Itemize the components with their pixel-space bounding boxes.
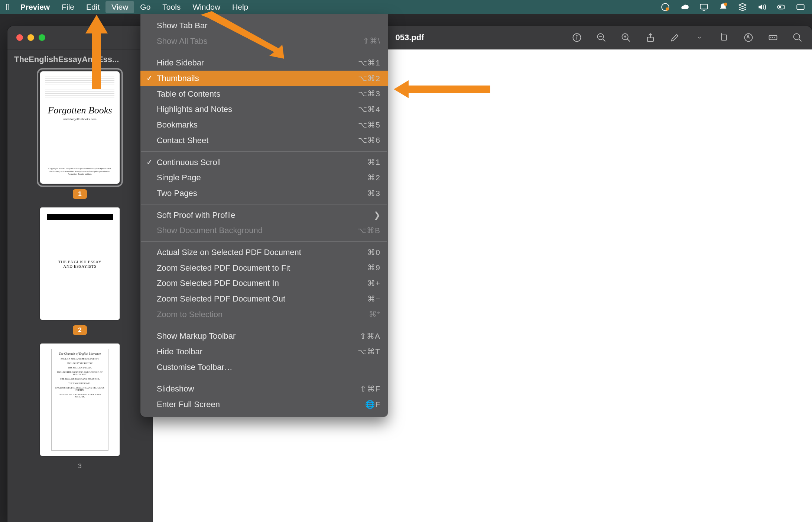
submenu-arrow-icon: ❯	[374, 210, 380, 221]
menubar-status	[660, 2, 805, 12]
menu-item-two-pages[interactable]: Two Pages⌘3	[140, 186, 388, 201]
markup-dropdown-icon[interactable]	[694, 32, 705, 43]
menu-item-label: Table of Contents	[157, 88, 358, 100]
rotate-icon[interactable]	[718, 32, 730, 43]
markup-icon[interactable]	[669, 32, 681, 43]
menu-item-hide-sidebar[interactable]: Hide Sidebar⌥⌘1	[140, 55, 388, 71]
menu-item-show-all-tabs: Show All Tabs⇧⌘\	[140, 33, 388, 49]
menu-item-slideshow[interactable]: Slideshow⇧⌘F	[140, 381, 388, 397]
menu-item-label: Enter Full Screen	[157, 399, 365, 410]
menu-item-enter-full-screen[interactable]: Enter Full Screen🌐F	[140, 397, 388, 412]
menu-help[interactable]: Help	[226, 1, 254, 13]
menu-item-zoom-selected-pdf-document-to-fit[interactable]: Zoom Selected PDF Document to Fit⌘9	[140, 260, 388, 276]
keyboard-shortcut: ⌘2	[367, 173, 380, 183]
keyboard-shortcut: ⌥⌘B	[357, 225, 380, 236]
menu-item-label: Actual Size on Selected PDF Document	[157, 247, 367, 258]
thumbnail-content	[45, 77, 114, 103]
thumbnail-item[interactable]: Forgotten Books www.forgottenbooks.com C…	[7, 71, 152, 199]
record-icon[interactable]	[660, 2, 670, 12]
zoom-in-icon[interactable]	[620, 32, 631, 43]
keyboard-shortcut: ⇧⌘A	[360, 331, 380, 341]
info-icon[interactable]	[571, 32, 582, 43]
minimize-window-button[interactable]	[27, 34, 34, 41]
check-icon: ✓	[146, 73, 153, 83]
menu-item-customise-toolbar[interactable]: Customise Toolbar…	[140, 360, 388, 375]
menu-item-label: Thumbnails	[157, 73, 358, 84]
sidebar: TheEnglishEssayAndEss... Forgotten Books…	[7, 49, 153, 522]
search-icon[interactable]	[792, 32, 803, 43]
svg-rect-2	[700, 4, 708, 9]
menu-item-label: Show Markup Toolbar	[157, 331, 360, 342]
keyboard-shortcut: ⌘−	[367, 294, 380, 304]
window-title: 053.pdf	[395, 33, 424, 42]
menu-edit[interactable]: Edit	[80, 1, 105, 13]
svg-point-5	[779, 6, 782, 9]
window-controls	[7, 34, 45, 41]
menubar-extra-icon[interactable]	[796, 2, 805, 12]
menu-item-label: Zoom Selected PDF Document Out	[157, 293, 367, 304]
menu-item-label: Zoom Selected PDF Document to Fit	[157, 262, 367, 274]
menu-item-zoom-selected-pdf-document-out[interactable]: Zoom Selected PDF Document Out⌘−	[140, 291, 388, 307]
form-fields-icon[interactable]	[767, 32, 779, 43]
cloud-sync-icon[interactable]	[680, 2, 689, 12]
menubar-left:  Preview File Edit View Go Tools Window…	[4, 1, 254, 13]
highlight-icon[interactable]	[743, 32, 754, 43]
menu-view[interactable]: View	[105, 1, 134, 13]
keyboard-shortcut: ⌥⌘4	[358, 104, 380, 115]
menu-item-table-of-contents[interactable]: Table of Contents⌥⌘3	[140, 86, 388, 102]
volume-icon[interactable]	[757, 2, 767, 12]
thumbnail-item[interactable]: The Channels of English Literature ENGLI…	[7, 343, 152, 471]
svg-point-1	[666, 7, 669, 11]
close-window-button[interactable]	[16, 34, 23, 41]
menu-item-label: Bookmarks	[157, 119, 358, 130]
menu-tools[interactable]: Tools	[156, 1, 186, 13]
keyboard-shortcut: ⌥⌘2	[358, 73, 380, 84]
thumbnail-page-3[interactable]: The Channels of English Literature ENGLI…	[40, 343, 120, 456]
menu-item-hide-toolbar[interactable]: Hide Toolbar⌥⌘T	[140, 344, 388, 360]
menu-separator	[141, 325, 387, 325]
keyboard-shortcut: ⌥⌘3	[358, 88, 380, 99]
menu-item-contact-sheet[interactable]: Contact Sheet⌥⌘6	[140, 133, 388, 148]
menu-go[interactable]: Go	[134, 1, 156, 13]
menubar-app[interactable]: Preview	[14, 1, 56, 13]
apple-menu[interactable]: 	[4, 2, 14, 12]
keyboard-shortcut: ⌥⌘6	[358, 135, 380, 145]
stacks-icon[interactable]	[738, 2, 747, 12]
thumbnail-item[interactable]: THE ENGLISH ESSAY AND ESSAYISTS 2	[7, 207, 152, 335]
screen-mirror-icon[interactable]	[699, 2, 709, 12]
menu-window[interactable]: Window	[186, 1, 226, 13]
svg-line-11	[603, 39, 605, 42]
svg-line-25	[799, 39, 802, 42]
menu-item-label: Slideshow	[157, 383, 360, 394]
keyboard-shortcut: ⇧⌘\	[363, 36, 380, 46]
thumbnail-logo: Forgotten Books	[40, 105, 120, 116]
zoom-out-icon[interactable]	[596, 32, 607, 43]
thumbnail-page-1[interactable]: Forgotten Books www.forgottenbooks.com C…	[40, 71, 120, 184]
keyboard-shortcut: ⌘9	[367, 262, 380, 273]
keyboard-shortcut: ⌘+	[367, 278, 380, 289]
menu-item-actual-size-on-selected-pdf-document[interactable]: Actual Size on Selected PDF Document⌘0	[140, 245, 388, 260]
menu-item-continuous-scroll[interactable]: ✓Continuous Scroll⌘1	[140, 155, 388, 170]
menu-file[interactable]: File	[56, 1, 80, 13]
menu-item-show-tab-bar[interactable]: Show Tab Bar	[140, 18, 388, 33]
menu-item-bookmarks[interactable]: Bookmarks⌥⌘5	[140, 117, 388, 133]
svg-line-14	[627, 39, 630, 42]
share-icon[interactable]	[645, 32, 656, 43]
menu-item-thumbnails[interactable]: ✓Thumbnails⌥⌘2	[140, 71, 388, 86]
thumbnail-page-2[interactable]: THE ENGLISH ESSAY AND ESSAYISTS	[40, 207, 120, 320]
thumbnail-list[interactable]: Forgotten Books www.forgottenbooks.com C…	[7, 68, 152, 522]
svg-point-3	[724, 3, 727, 6]
menu-item-highlights-and-notes[interactable]: Highlights and Notes⌥⌘4	[140, 102, 388, 117]
menubar:  Preview File Edit View Go Tools Window…	[0, 0, 812, 14]
control-center-icon[interactable]	[776, 2, 786, 12]
menu-item-soft-proof-with-profile[interactable]: Soft Proof with Profile❯	[140, 207, 388, 223]
menu-separator	[141, 151, 387, 152]
menu-item-show-markup-toolbar[interactable]: Show Markup Toolbar⇧⌘A	[140, 328, 388, 344]
menu-item-zoom-selected-pdf-document-in[interactable]: Zoom Selected PDF Document In⌘+	[140, 276, 388, 291]
notifications-icon[interactable]	[718, 2, 728, 12]
keyboard-shortcut: ⌘*	[369, 309, 380, 319]
menu-item-single-page[interactable]: Single Page⌘2	[140, 170, 388, 186]
zoom-window-button[interactable]	[39, 34, 45, 41]
menu-item-label: Show All Tabs	[157, 36, 363, 47]
sidebar-title: TheEnglishEssayAndEss...	[7, 49, 152, 68]
